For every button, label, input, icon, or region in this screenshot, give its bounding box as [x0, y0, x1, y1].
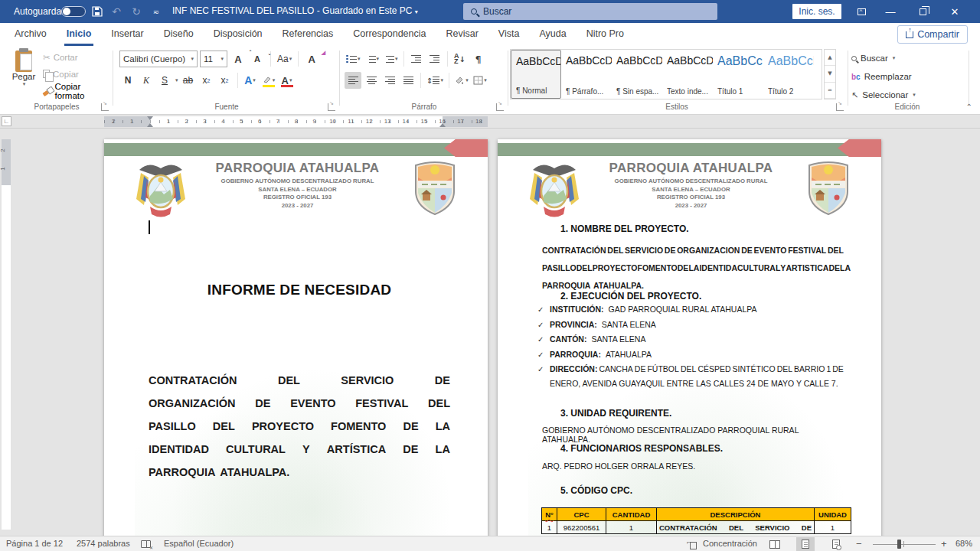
quick-access-menu-icon[interactable]: ≂ [147, 4, 165, 19]
italic-button[interactable]: K [138, 72, 155, 89]
undo-icon[interactable]: ↶ [107, 4, 126, 19]
align-right-button[interactable] [381, 72, 398, 89]
ribbon-display-options-icon[interactable] [848, 0, 874, 23]
text-effects-button[interactable]: A▾ [242, 72, 259, 89]
zoom-in-button[interactable]: + [941, 538, 947, 549]
tab-vista[interactable]: Vista [488, 23, 530, 46]
close-icon[interactable]: ✕ [942, 0, 968, 23]
restore-window-icon[interactable] [910, 0, 936, 23]
font-color-button[interactable]: A▾ [279, 72, 296, 89]
page-2[interactable]: PARROQUIA ATAHUALPA GOBIERNO AUTÓNOMO DE… [498, 139, 881, 536]
cut-button[interactable]: ✂Cortar [43, 51, 110, 64]
read-mode-button[interactable] [766, 537, 784, 551]
shading-button[interactable]: ▾ [453, 72, 470, 89]
print-layout-button[interactable] [796, 537, 815, 551]
copy-button[interactable]: Copiar [43, 67, 110, 80]
minimize-icon[interactable]: — [877, 0, 903, 23]
word-count[interactable]: 2574 palabras [77, 539, 130, 548]
redo-icon[interactable]: ↻ [127, 4, 145, 19]
proofing-errors-icon[interactable] [141, 540, 151, 549]
underline-dropdown-icon[interactable]: ▾ [175, 77, 178, 83]
style-card-título-1[interactable]: AaBbCcTítulo 1 [713, 50, 763, 99]
show-paragraph-marks-button[interactable]: ¶ [470, 51, 487, 67]
font-family-select[interactable]: Calibri (Cuerpo)▾ [119, 51, 198, 67]
style-card-párrafo[interactable]: AaBbCcDc¶ Párrafo... [561, 50, 612, 99]
replace-button[interactable]: bcReemplazar [851, 69, 912, 84]
page-1[interactable]: PARROQUIA ATAHUALPA GOBIERNO AUTÓNOMO DE… [104, 139, 488, 536]
zoom-out-button[interactable]: − [856, 538, 862, 549]
subscript-button[interactable]: x2 [198, 72, 215, 89]
web-layout-button[interactable] [827, 537, 845, 551]
search-input[interactable]: Buscar [463, 3, 717, 20]
collapse-ribbon-icon[interactable]: ⌃ [966, 103, 972, 111]
tab-stop-selector[interactable]: ∟ [2, 116, 11, 126]
decrease-indent-button[interactable] [408, 51, 425, 67]
share-button[interactable]: Compartir [897, 25, 968, 44]
bullets-button[interactable]: ▾ [345, 51, 362, 67]
tab-inicio[interactable]: Inicio [57, 23, 102, 46]
tab-revisar[interactable]: Revisar [436, 23, 488, 46]
font-dialog-launcher[interactable] [328, 103, 335, 111]
zoom-slider-track[interactable] [873, 544, 936, 546]
increase-indent-button[interactable] [426, 51, 443, 67]
autosave-toggle[interactable] [61, 6, 86, 17]
numbering-button[interactable]: ▾ [364, 51, 381, 67]
tab-archivo[interactable]: Archivo [5, 23, 57, 46]
line-spacing-button[interactable]: ⇕▾ [425, 72, 445, 89]
tab-correspondencia[interactable]: Correspondencia [343, 23, 436, 46]
style-card-sin-espa[interactable]: AaBbCcDc¶ Sin espa... [612, 50, 662, 99]
multilevel-list-button[interactable]: ▾ [382, 51, 400, 67]
find-button[interactable]: Buscar▾ [851, 51, 895, 66]
style-card-texto-inde[interactable]: AaBbCcDtTexto inde... [662, 50, 713, 99]
underline-button[interactable]: S [156, 72, 173, 89]
sign-in-button[interactable]: Inic. ses. [792, 4, 841, 19]
ruler-number: 7 [276, 118, 279, 125]
change-case-button[interactable]: Aa▾ [276, 51, 293, 67]
ruler-number: 10 [329, 118, 336, 125]
sort-button[interactable]: AZ↓ [452, 51, 469, 67]
clipboard-dialog-launcher[interactable] [101, 103, 109, 111]
focus-mode-icon[interactable] [688, 540, 697, 550]
font-size-select[interactable]: 11▾ [200, 51, 227, 67]
styles-scroll-down-icon[interactable]: ▼ [825, 66, 835, 82]
highlight-button[interactable]: ▾ [260, 72, 277, 89]
tab-diseño[interactable]: Diseño [154, 23, 204, 46]
superscript-button[interactable]: x2 [217, 72, 234, 89]
borders-button[interactable]: ▾ [472, 72, 488, 89]
styles-more-icon[interactable]: ≂ [825, 83, 835, 99]
focus-mode-label[interactable]: Concentración [703, 539, 757, 548]
save-icon[interactable] [88, 4, 106, 19]
document-title[interactable]: INF NEC FESTIVAL DEL PASILLO - Guardado … [172, 5, 418, 16]
format-painter-button[interactable]: Copiar formato [43, 84, 110, 97]
zoom-level[interactable]: 68% [956, 539, 972, 548]
bold-button[interactable]: N [119, 72, 136, 89]
zoom-slider-thumb[interactable] [897, 540, 901, 549]
style-card-normal[interactable]: AaBbCcDc¶ Normal [511, 50, 561, 99]
style-card-título-2[interactable]: AaBbCcDTítulo 2 [763, 50, 814, 99]
styles-scroll-up-icon[interactable]: ▲ [825, 50, 835, 66]
grow-font-button[interactable]: Aˆ [230, 51, 247, 67]
shrink-font-button[interactable]: Aˇ [249, 51, 266, 67]
language-indicator[interactable]: Español (Ecuador) [164, 539, 234, 548]
h-ruler[interactable]: 12123456789101112131415161718 [104, 116, 488, 127]
tab-insertar[interactable]: Insertar [101, 23, 153, 46]
styles-dialog-launcher[interactable] [836, 103, 844, 111]
justify-button[interactable] [400, 72, 416, 89]
paragraph-dialog-launcher[interactable] [496, 103, 504, 111]
select-button[interactable]: ↖Seleccionar▾ [851, 87, 916, 103]
bullet-label: PROVINCIA: [550, 320, 597, 330]
tab-referencias[interactable]: Referencias [273, 23, 344, 46]
v-ruler[interactable]: 21 [0, 129, 12, 536]
hanging-indent-marker[interactable] [147, 123, 153, 127]
first-line-indent-marker[interactable] [147, 116, 153, 120]
clear-formatting-button[interactable]: A◢ [303, 51, 320, 67]
paste-button[interactable]: Pegar ▾ [6, 49, 41, 99]
align-left-button[interactable] [345, 72, 361, 89]
page-count[interactable]: Página 1 de 12 [6, 539, 63, 548]
tab-nitro-pro[interactable]: Nitro Pro [577, 23, 634, 46]
tab-disposición[interactable]: Disposición [204, 23, 273, 46]
ruler-number: 18 [475, 118, 482, 125]
strikethrough-button[interactable]: ab [180, 72, 197, 89]
tab-ayuda[interactable]: Ayuda [529, 23, 576, 46]
align-center-button[interactable] [363, 72, 380, 89]
